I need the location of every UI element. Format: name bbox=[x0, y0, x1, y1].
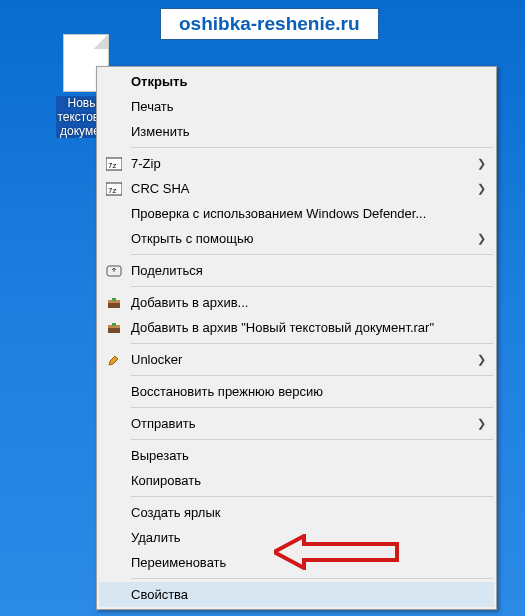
menu-crcsha-label: CRC SHA bbox=[131, 181, 476, 196]
svg-marker-11 bbox=[274, 536, 397, 568]
menu-7zip-label: 7-Zip bbox=[131, 156, 476, 171]
blank-icon bbox=[103, 472, 125, 490]
svg-text:7z: 7z bbox=[108, 186, 116, 195]
separator bbox=[131, 407, 493, 408]
menu-unlocker-label: Unlocker bbox=[131, 352, 476, 367]
menu-cut-label: Вырезать bbox=[131, 448, 486, 463]
menu-open-label: Открыть bbox=[131, 74, 486, 89]
menu-print-label: Печать bbox=[131, 99, 486, 114]
winrar-icon bbox=[103, 294, 125, 312]
menu-add-archive[interactable]: Добавить в архив... bbox=[99, 290, 494, 315]
menu-add-rar-label: Добавить в архив "Новый текстовый докуме… bbox=[131, 320, 486, 335]
menu-open[interactable]: Открыть bbox=[99, 69, 494, 94]
menu-share[interactable]: Поделиться bbox=[99, 258, 494, 283]
svg-text:7z: 7z bbox=[108, 161, 116, 170]
menu-create-shortcut-label: Создать ярлык bbox=[131, 505, 486, 520]
menu-restore-label: Восстановить прежнюю версию bbox=[131, 384, 486, 399]
menu-edit-label: Изменить bbox=[131, 124, 486, 139]
blank-icon bbox=[103, 123, 125, 141]
blank-icon bbox=[103, 415, 125, 433]
menu-open-with[interactable]: Открыть с помощью ❯ bbox=[99, 226, 494, 251]
blank-icon bbox=[103, 554, 125, 572]
submenu-arrow-icon: ❯ bbox=[476, 353, 486, 366]
menu-copy-label: Копировать bbox=[131, 473, 486, 488]
separator bbox=[131, 147, 493, 148]
7zip-icon: 7z bbox=[103, 155, 125, 173]
separator bbox=[131, 343, 493, 344]
blank-icon bbox=[103, 586, 125, 604]
svg-rect-7 bbox=[112, 298, 116, 301]
menu-send-to[interactable]: Отправить ❯ bbox=[99, 411, 494, 436]
blank-icon bbox=[103, 98, 125, 116]
desktop: oshibka-reshenie.ru Новый текстовый доку… bbox=[0, 0, 525, 616]
menu-print[interactable]: Печать bbox=[99, 94, 494, 119]
separator bbox=[131, 439, 493, 440]
menu-cut[interactable]: Вырезать bbox=[99, 443, 494, 468]
7zip-icon: 7z bbox=[103, 180, 125, 198]
share-icon bbox=[103, 262, 125, 280]
menu-add-archive-label: Добавить в архив... bbox=[131, 295, 486, 310]
submenu-arrow-icon: ❯ bbox=[476, 417, 486, 430]
separator bbox=[131, 496, 493, 497]
menu-create-shortcut[interactable]: Создать ярлык bbox=[99, 500, 494, 525]
menu-defender[interactable]: Проверка с использованием Windows Defend… bbox=[99, 201, 494, 226]
separator bbox=[131, 286, 493, 287]
context-menu: Открыть Печать Изменить 7z 7-Zip ❯ 7z CR… bbox=[96, 66, 497, 610]
menu-open-with-label: Открыть с помощью bbox=[131, 231, 476, 246]
watermark-banner: oshibka-reshenie.ru bbox=[160, 8, 379, 40]
menu-properties[interactable]: Свойства bbox=[99, 582, 494, 607]
blank-icon bbox=[103, 529, 125, 547]
submenu-arrow-icon: ❯ bbox=[476, 157, 486, 170]
menu-edit[interactable]: Изменить bbox=[99, 119, 494, 144]
menu-restore[interactable]: Восстановить прежнюю версию bbox=[99, 379, 494, 404]
winrar-icon bbox=[103, 319, 125, 337]
blank-icon bbox=[103, 230, 125, 248]
blank-icon bbox=[103, 205, 125, 223]
blank-icon bbox=[103, 73, 125, 91]
menu-copy[interactable]: Копировать bbox=[99, 468, 494, 493]
menu-add-rar[interactable]: Добавить в архив "Новый текстовый докуме… bbox=[99, 315, 494, 340]
menu-send-to-label: Отправить bbox=[131, 416, 476, 431]
menu-properties-label: Свойства bbox=[131, 587, 486, 602]
submenu-arrow-icon: ❯ bbox=[476, 232, 486, 245]
menu-crcsha[interactable]: 7z CRC SHA ❯ bbox=[99, 176, 494, 201]
blank-icon bbox=[103, 383, 125, 401]
svg-rect-10 bbox=[112, 323, 116, 326]
unlocker-icon bbox=[103, 351, 125, 369]
blank-icon bbox=[103, 447, 125, 465]
menu-7zip[interactable]: 7z 7-Zip ❯ bbox=[99, 151, 494, 176]
submenu-arrow-icon: ❯ bbox=[476, 182, 486, 195]
separator bbox=[131, 254, 493, 255]
separator bbox=[131, 578, 493, 579]
menu-defender-label: Проверка с использованием Windows Defend… bbox=[131, 206, 486, 221]
blank-icon bbox=[103, 504, 125, 522]
separator bbox=[131, 375, 493, 376]
callout-arrow-icon bbox=[274, 534, 399, 570]
menu-unlocker[interactable]: Unlocker ❯ bbox=[99, 347, 494, 372]
menu-share-label: Поделиться bbox=[131, 263, 486, 278]
